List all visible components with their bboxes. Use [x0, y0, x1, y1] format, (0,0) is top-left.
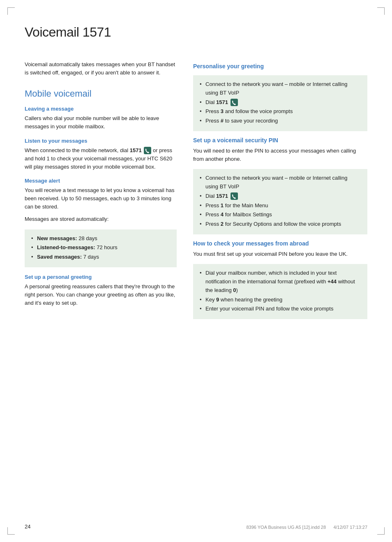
personalise-step-3: Press 3 and follow the voice prompts: [200, 107, 361, 116]
mobile-voicemail-title: Mobile voicemail: [25, 88, 177, 99]
personalise-greeting-steps: Connect to the network you want – mobile…: [200, 80, 361, 125]
abroad-step-2: Key 9 when hearing the greeting: [200, 296, 361, 304]
page-title: Voicemail 1571: [25, 25, 367, 40]
personal-greeting-heading: Set up a personal greeting: [25, 274, 177, 280]
security-pin-box: Connect to the network you want – mobile…: [193, 169, 367, 234]
two-column-layout: Voicemail automatically takes messages w…: [25, 60, 367, 325]
listen-before-text: When connected to the mobile network, di…: [25, 147, 128, 153]
security-step-1: Connect to the network you want – mobile…: [200, 174, 361, 191]
abroad-title: How to check your messages from abroad: [193, 240, 367, 247]
personalise-step-1: Connect to the network you want – mobile…: [200, 80, 361, 97]
personalise-greeting-box: Connect to the network you want – mobile…: [193, 75, 367, 131]
security-step-4: Press 4 for Mailbox Settings: [200, 211, 361, 219]
storage-item-saved: Saved messages: 7 days: [31, 253, 170, 262]
corner-mark-tr: [377, 7, 385, 15]
security-pin-title: Set up a voicemail security PIN: [193, 137, 367, 144]
security-step-2: Dial 1571: [200, 192, 361, 201]
svg-rect-2: [231, 192, 238, 200]
phone-icon-personalise: [231, 99, 238, 106]
doc-date: 4/12/07 17:13:27: [333, 525, 367, 530]
corner-mark-bl: [7, 527, 15, 535]
listen-messages-heading: Listen to your messages: [25, 138, 177, 144]
abroad-intro: You must first set up your voicemail PIN…: [193, 250, 367, 258]
storage-item-new: New messages: 28 days: [31, 234, 170, 243]
message-alert-heading: Message alert: [25, 178, 177, 184]
svg-rect-0: [144, 147, 151, 154]
svg-rect-1: [231, 99, 238, 106]
listen-number: 1571: [130, 147, 142, 153]
intro-text: Voicemail automatically takes messages w…: [25, 60, 177, 77]
page-footer: 24 8396 YOA Business UG A5 [12].indd 28 …: [25, 523, 367, 530]
personal-greeting-text: A personal greeting reassures callers th…: [25, 283, 177, 307]
personalise-step-2: Dial 1571: [200, 98, 361, 107]
doc-filename: 8396 YOA Business UG A5 [12].indd 28: [246, 525, 326, 530]
leaving-message-heading: Leaving a message: [25, 106, 177, 112]
storage-highlight-box: New messages: 28 days Listened-to-messag…: [25, 229, 177, 267]
personalise-step-4: Press # to save your recording: [200, 117, 361, 125]
security-pin-intro: You will need to enter the PIN to access…: [193, 147, 367, 163]
security-step-5: Press 2 for Security Options and follow …: [200, 220, 361, 229]
storage-list: New messages: 28 days Listened-to-messag…: [31, 234, 170, 262]
footer-doc-info: 8396 YOA Business UG A5 [12].indd 28 4/1…: [246, 525, 367, 530]
storage-item-listened: Listened-to-messages: 72 hours: [31, 243, 170, 252]
phone-icon-listen: [144, 147, 151, 154]
security-step-3: Press 1 for the Main Menu: [200, 202, 361, 210]
security-pin-steps: Connect to the network you want – mobile…: [200, 174, 361, 229]
corner-mark-tl: [7, 7, 15, 15]
listen-messages-text: When connected to the mobile network, di…: [25, 146, 177, 171]
message-alert-text: You will receive a text message to let y…: [25, 186, 177, 211]
right-column: Personalise your greeting Connect to the…: [193, 60, 367, 325]
abroad-step-3: Enter your voicemail PIN and follow the …: [200, 305, 361, 313]
corner-mark-br: [377, 527, 385, 535]
abroad-box: Dial your mailbox number, which is inclu…: [193, 264, 367, 319]
page-number: 24: [25, 523, 30, 530]
abroad-step-1: Dial your mailbox number, which is inclu…: [200, 269, 361, 294]
storage-intro-text: Messages are stored automatically:: [25, 215, 177, 223]
page: Voicemail 1571 Voicemail automatically t…: [0, 0, 392, 542]
abroad-steps: Dial your mailbox number, which is inclu…: [200, 269, 361, 313]
leaving-message-text: Callers who dial your mobile number will…: [25, 114, 177, 131]
phone-icon-security: [231, 192, 238, 200]
personalise-greeting-title: Personalise your greeting: [193, 63, 367, 69]
left-column: Voicemail automatically takes messages w…: [25, 60, 177, 325]
